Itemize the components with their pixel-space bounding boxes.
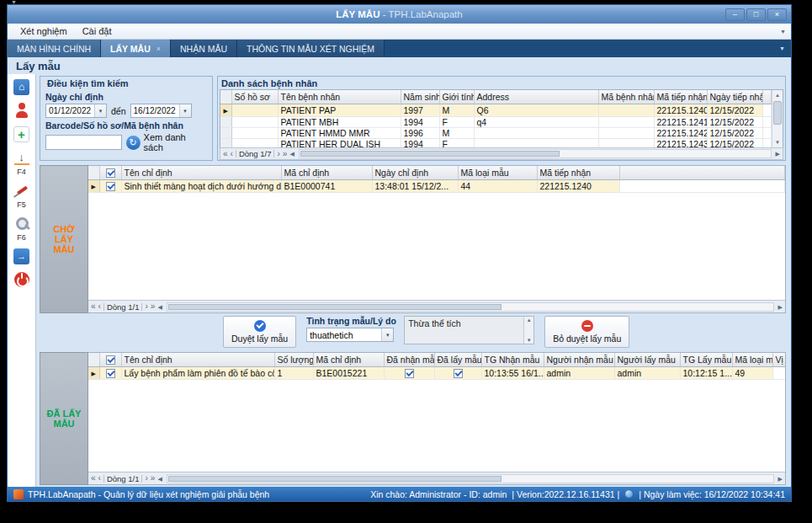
logout-button[interactable]: → [13,247,31,265]
pager-prev-icon[interactable]: ‹ [98,474,101,483]
hscroll-left-icon[interactable]: ◀ [157,304,162,310]
tab-thong-tin-mau[interactable]: THÔNG TIN MẪU XÉT NGHIỆM [237,40,385,57]
column-header[interactable]: Người lấy mẫu [614,353,680,366]
minimize-button[interactable]: – [725,8,745,21]
calendar-dropdown-icon[interactable]: ▼ [94,104,106,117]
patient-button[interactable] [13,101,31,120]
column-header[interactable]: Đã lấy mẫu [434,353,481,366]
received-checkbox[interactable] [405,369,414,378]
column-header[interactable]: Số hồ sơ [231,90,278,104]
add-sample-button[interactable]: + [13,125,31,143]
chevron-down-icon[interactable]: ▼ [381,328,393,341]
hscroll-right-icon[interactable]: ▶ [778,304,783,310]
tab-nhan-mau[interactable]: NHẬN MẪU [171,40,237,57]
pager-first-icon[interactable]: « [223,150,228,158]
menu-overflow-icon[interactable]: ▼ [780,29,786,35]
horizontal-scrollbar[interactable] [167,474,774,483]
maximize-button[interactable]: □ [746,8,766,21]
scrollbar-thumb[interactable] [773,101,782,125]
table-row[interactable]: ▶ Lấy bệnh phẩm làm phiên đồ tế bào cổ t… [88,366,785,379]
title-bar[interactable]: LẤY MẪU - TPH.LabAnapath – □ × [8,5,791,24]
tab-close-icon[interactable]: × [157,45,161,53]
column-header[interactable]: Đã nhận mẫu [384,353,434,366]
column-header[interactable]: TG Nhận mẫu [481,353,544,366]
sample-status-combo[interactable]: thuathetich ▼ [306,328,394,342]
calendar-dropdown-icon[interactable]: ▼ [179,104,191,117]
pager-first-icon[interactable]: « [91,302,96,311]
barcode-input[interactable] [45,135,122,150]
table-row[interactable]: ▶ Sinh thiết màng hoạt dịch dưới hướng d… [88,179,785,192]
row-checkbox[interactable] [106,182,115,191]
column-header[interactable]: Ngày tiếp nhận [707,90,762,104]
pager-prev-icon[interactable]: ‹ [98,302,101,311]
select-all-checkbox[interactable] [106,168,115,178]
column-header[interactable]: Mã bệnh nhân [598,90,654,104]
hscroll-right-icon[interactable]: ▶ [776,151,780,157]
menu-item-cai-dat[interactable]: Cài đặt [75,25,119,37]
table-row[interactable]: PATIENT HER DUAL ISH 1994 F 221215.1243 … [220,138,772,147]
column-header[interactable]: Năm sinh [401,90,439,104]
home-button[interactable]: ⌂ [13,77,31,96]
hscroll-right-icon[interactable]: ▶ [778,476,783,482]
pager-first-icon[interactable]: « [91,474,96,483]
close-button[interactable]: × [767,8,787,21]
column-header[interactable]: Tên chỉ định [121,353,274,366]
horizontal-scrollbar[interactable] [299,149,772,158]
column-header[interactable]: Mã tiếp nhận [537,166,619,179]
pager-next-icon[interactable]: › [277,150,279,158]
power-button[interactable] [13,270,31,289]
scroll-down-icon[interactable]: ▼ [524,338,533,343]
menu-item-xet-nghiem[interactable]: Xét nghiệm [13,25,75,37]
tab-lay-mau[interactable]: LẤY MẪU× [101,40,171,57]
column-header[interactable]: Vị trí lấy [772,353,785,366]
view-list-button[interactable]: ↻ Xem danh sách [126,132,207,152]
pager-prev-icon[interactable]: ‹ [231,150,233,158]
pager-last-icon[interactable]: » [151,302,156,311]
scrollbar-thumb[interactable] [168,476,502,482]
column-header[interactable]: Người nhận mẫu [544,353,614,366]
pager-next-icon[interactable]: › [145,474,147,483]
row-checkbox[interactable] [106,369,115,378]
column-header[interactable]: Mã tiếp nhận [654,90,707,104]
column-header[interactable]: TG Lấy mẫu [680,353,732,366]
pager-next-icon[interactable]: › [145,302,147,311]
column-header[interactable]: Mã chỉ định [281,166,372,179]
column-header[interactable]: Address [474,90,598,104]
scrollbar-thumb[interactable] [300,151,560,157]
unapprove-collect-button[interactable]: Bỏ duyệt lấy mẫu [544,316,629,348]
collected-checkbox[interactable] [454,369,463,378]
pager-last-icon[interactable]: » [151,474,156,483]
pager-last-icon[interactable]: » [283,150,288,158]
scroll-up-icon[interactable]: ▲ [524,318,533,323]
select-all-checkbox[interactable] [106,355,115,365]
hscroll-left-icon[interactable]: ◀ [157,476,162,482]
scroll-up-icon[interactable]: ▲ [772,90,783,100]
search-button[interactable] [13,214,31,232]
column-header[interactable]: Giới tính [439,90,474,104]
horizontal-scrollbar[interactable] [167,302,774,312]
column-header[interactable]: Mã loại mẫu [458,166,537,179]
table-row[interactable]: ▶ PATIENT PAP 1997 M Q6 221215.1240 12 [220,104,772,116]
column-header[interactable]: Tên bệnh nhân [278,90,401,104]
column-header[interactable]: Số lượng [274,353,313,366]
collect-sample-button[interactable] [13,181,31,200]
hscroll-left-icon[interactable]: ◀ [289,151,294,157]
tab-overflow-icon[interactable]: ▼ [779,45,791,51]
reason-memo[interactable]: Thừa thể tích ▲ ▼ [404,316,534,344]
memo-scrollbar[interactable]: ▲ ▼ [523,317,533,344]
column-header[interactable]: Mã loại m... [732,353,772,366]
column-header[interactable]: Tên chỉ định [121,166,281,179]
cell: 1994 [401,138,439,147]
vertical-scrollbar[interactable]: ▲ ▼ [772,90,783,147]
column-header[interactable]: Ngày chỉ định [372,166,458,179]
scroll-down-icon[interactable]: ▼ [772,137,783,147]
tab-man-hinh-chinh[interactable]: MÀN HÌNH CHÍNH [8,40,101,57]
approve-collect-button[interactable]: Duyệt lấy mẫu [223,316,296,348]
table-row[interactable]: PATIENT HMMD MMR 1996 M 221215.1242 12/1… [220,127,772,138]
date-from-field[interactable]: 01/12/2022 ▼ [45,104,107,118]
receive-sample-button[interactable]: ↓ [13,148,31,167]
table-row[interactable]: PATIENT MBH 1994 F q4 221215.1241 12/15/… [220,116,772,127]
column-header[interactable]: Mã chỉ định [313,353,384,366]
scrollbar-thumb[interactable] [168,304,502,310]
date-to-field[interactable]: 16/12/2022 ▼ [130,104,192,118]
